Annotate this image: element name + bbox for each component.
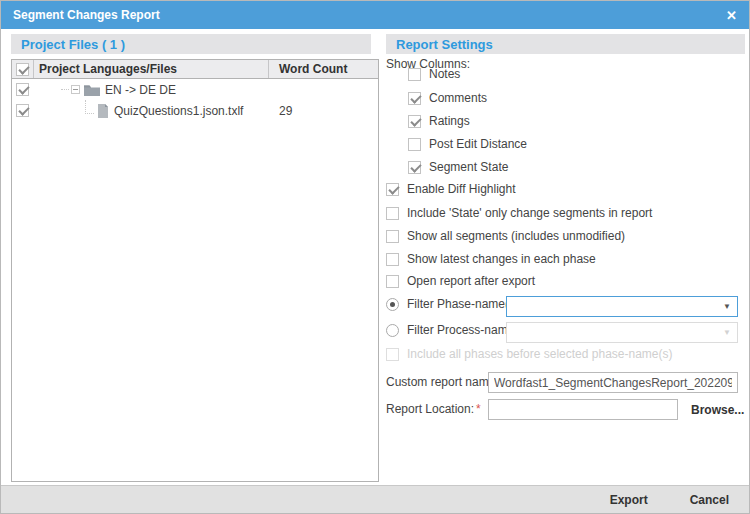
- export-button[interactable]: Export: [610, 493, 648, 507]
- option-enable-diff-highlight[interactable]: Enable Diff Highlight: [386, 182, 516, 196]
- include-all-phases-checkbox: [386, 348, 399, 361]
- name-column-header[interactable]: Project Languages/Files: [34, 60, 268, 78]
- footer-bar: Export Cancel: [1, 485, 749, 513]
- custom-report-name-input[interactable]: [488, 372, 738, 393]
- tree-connector: [61, 89, 69, 90]
- select-all-checkbox[interactable]: [16, 63, 29, 76]
- custom-report-name-label: Custom report name:: [386, 375, 499, 389]
- segment-changes-report-dialog: Segment Changes Report ✕ Project Files (…: [0, 0, 750, 514]
- custom-report-name-row: Custom report name:: [386, 375, 499, 389]
- post-edit-distance-checkbox[interactable]: [408, 138, 421, 151]
- option-ratings[interactable]: Ratings: [408, 114, 470, 128]
- segment-state-checkbox[interactable]: [408, 161, 421, 174]
- filter-process-radio[interactable]: [386, 324, 399, 337]
- row-checkbox[interactable]: [16, 83, 29, 96]
- chevron-down-icon: ▼: [723, 303, 731, 311]
- table-row[interactable]: QuizQuestions1.json.txlf 29: [12, 100, 378, 121]
- word-count-cell: [268, 79, 378, 100]
- report-location-input[interactable]: [488, 399, 678, 420]
- project-files-header-label: Project Files ( 1 ): [21, 37, 125, 52]
- option-include-all-phases: Include all phases before selected phase…: [386, 347, 673, 361]
- table-header-row: Project Languages/Files Word Count: [12, 60, 378, 79]
- show-all-segments-checkbox[interactable]: [386, 230, 399, 243]
- open-report-checkbox[interactable]: [386, 275, 399, 288]
- option-comments[interactable]: Comments: [408, 91, 487, 105]
- count-column-header[interactable]: Word Count: [268, 60, 378, 78]
- browse-button[interactable]: Browse...: [691, 403, 744, 417]
- process-name-dropdown: ▼: [506, 322, 738, 343]
- report-location-row: Report Location:*: [386, 402, 481, 416]
- language-pair-label: EN -> DE DE: [105, 83, 176, 97]
- chevron-down-icon: ▼: [723, 329, 731, 337]
- show-latest-changes-checkbox[interactable]: [386, 253, 399, 266]
- phase-name-dropdown[interactable]: ▼: [506, 296, 738, 317]
- report-settings-header: Report Settings: [386, 34, 745, 54]
- option-notes[interactable]: Notes: [408, 67, 460, 81]
- dialog-title: Segment Changes Report: [13, 8, 160, 22]
- required-asterisk: *: [476, 402, 481, 416]
- option-show-latest-changes[interactable]: Show latest changes in each phase: [386, 252, 596, 266]
- select-all-cell: [12, 60, 34, 78]
- tree-connector: [85, 100, 94, 114]
- option-segment-state[interactable]: Segment State: [408, 160, 508, 174]
- filter-phase-radio[interactable]: [386, 298, 399, 311]
- ratings-checkbox[interactable]: [408, 115, 421, 128]
- option-show-all-segments[interactable]: Show all segments (includes unmodified): [386, 229, 625, 243]
- file-name-label: QuizQuestions1.json.txlf: [114, 104, 243, 118]
- close-icon[interactable]: ✕: [726, 9, 737, 22]
- cancel-button[interactable]: Cancel: [690, 493, 729, 507]
- table-row[interactable]: EN -> DE DE: [12, 79, 378, 100]
- option-include-state-only[interactable]: Include 'State' only change segments in …: [386, 206, 652, 220]
- folder-icon: [84, 84, 100, 96]
- project-files-header: Project Files ( 1 ): [11, 34, 371, 54]
- filter-phase-row: Filter Phase-name(s):: [386, 297, 522, 311]
- row-checkbox[interactable]: [16, 104, 29, 117]
- word-count-cell: 29: [268, 100, 378, 121]
- file-icon: [97, 104, 109, 118]
- include-state-only-checkbox[interactable]: [386, 207, 399, 220]
- notes-checkbox[interactable]: [408, 68, 421, 81]
- comments-checkbox[interactable]: [408, 92, 421, 105]
- report-location-label: Report Location:: [386, 402, 474, 416]
- tree-collapse-icon[interactable]: [71, 85, 80, 94]
- report-settings-header-label: Report Settings: [396, 37, 493, 52]
- option-open-report-after-export[interactable]: Open report after export: [386, 274, 535, 288]
- enable-diff-highlight-checkbox[interactable]: [386, 183, 399, 196]
- project-files-table: Project Languages/Files Word Count EN ->…: [11, 59, 379, 482]
- option-post-edit-distance[interactable]: Post Edit Distance: [408, 137, 527, 151]
- title-bar: Segment Changes Report ✕: [1, 1, 749, 29]
